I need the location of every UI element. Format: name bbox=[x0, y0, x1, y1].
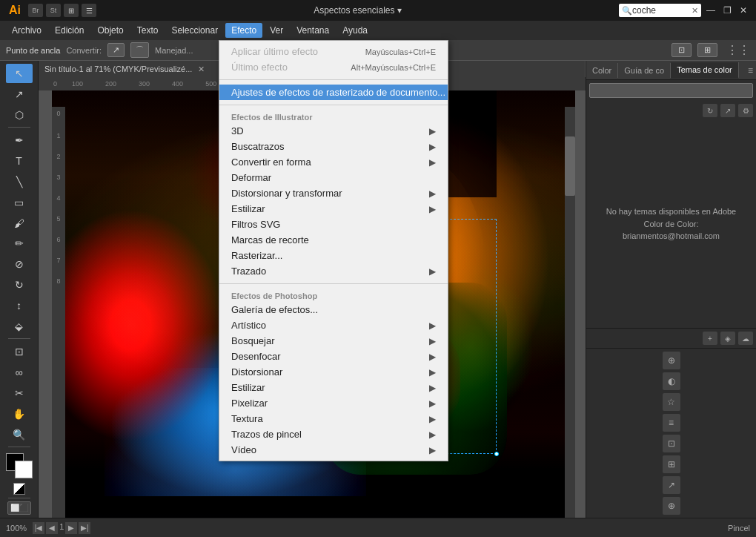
menu-blur[interactable]: Desenfocar ▶ bbox=[219, 349, 448, 364]
menu-edicion[interactable]: Edición bbox=[49, 23, 90, 38]
arrange-icon[interactable]: ☰ bbox=[82, 4, 96, 17]
menu-apply-last[interactable]: Aplicar último efecto Mayúsculas+Ctrl+E bbox=[219, 44, 448, 59]
scrollbar-thumb[interactable] bbox=[565, 136, 575, 196]
menu-ver[interactable]: Ver bbox=[264, 23, 289, 38]
tool-eraser[interactable]: ⊘ bbox=[6, 254, 33, 274]
workspace-icon[interactable]: ⊞ bbox=[64, 4, 79, 17]
right-tool-5[interactable]: ⊡ bbox=[663, 435, 680, 452]
menu-brush-strokes[interactable]: Trazos de pincel ▶ bbox=[219, 426, 448, 442]
panel-more-icon[interactable]: ≡ bbox=[745, 62, 756, 79]
options-btn[interactable]: ⋮⋮ bbox=[726, 43, 750, 57]
menu-artistic[interactable]: Artístico ▶ bbox=[219, 317, 448, 333]
tool-brush[interactable]: 🖌 bbox=[6, 214, 33, 233]
tool-hand[interactable]: ✋ bbox=[6, 404, 33, 424]
nav-first[interactable]: |◀ bbox=[33, 522, 44, 534]
nav-last[interactable]: ▶| bbox=[79, 522, 90, 534]
right-tool-4[interactable]: ≡ bbox=[663, 414, 680, 432]
menu-last-effect[interactable]: Último efecto Alt+Mayúsculas+Ctrl+E bbox=[219, 59, 448, 75]
color-selector[interactable] bbox=[6, 453, 33, 478]
grid-btn[interactable]: ⊞ bbox=[697, 43, 717, 57]
workspace-name[interactable]: Aspectos esenciales ▾ bbox=[314, 5, 402, 16]
menu-ventana[interactable]: Ventana bbox=[291, 23, 335, 38]
menu-doc-settings[interactable]: Ajustes de efectos de rasterizado de doc… bbox=[219, 85, 448, 100]
tool-shaper[interactable]: ⬙ bbox=[6, 317, 33, 336]
tool-eyedropper[interactable]: ⊡ bbox=[6, 342, 33, 361]
menu-archivo[interactable]: Archivo bbox=[6, 23, 47, 38]
tool-artboard[interactable]: ⬡ bbox=[6, 105, 33, 125]
menu-video[interactable]: Vídeo ▶ bbox=[219, 442, 448, 458]
menu-stroke[interactable]: Trazado ▶ bbox=[219, 263, 448, 279]
share-icon[interactable]: ↗ bbox=[720, 104, 735, 117]
tool-separator-3 bbox=[8, 447, 30, 447]
search-input[interactable] bbox=[632, 5, 692, 16]
scrollbar-vertical[interactable] bbox=[565, 107, 575, 518]
right-tool-7[interactable]: ↗ bbox=[663, 476, 680, 494]
extract-theme-btn[interactable]: ◈ bbox=[720, 332, 735, 345]
close-button[interactable]: ✕ bbox=[737, 4, 750, 16]
tab-color-themes[interactable]: Temas de color bbox=[671, 62, 739, 79]
refresh-icon[interactable]: ↻ bbox=[703, 104, 717, 117]
tool-zoom[interactable]: 🔍 bbox=[6, 425, 33, 444]
path-anchor-3[interactable] bbox=[494, 452, 499, 456]
clear-search-icon[interactable]: ✕ bbox=[692, 6, 698, 16]
tool-rect[interactable]: ▭ bbox=[6, 193, 33, 212]
right-tool-3[interactable]: ☆ bbox=[663, 393, 680, 411]
no-color-btn[interactable] bbox=[13, 483, 25, 495]
menu-texto[interactable]: Texto bbox=[131, 23, 165, 38]
arrow-icon-blur: ▶ bbox=[429, 352, 436, 362]
transform-btn[interactable]: ⊡ bbox=[672, 43, 692, 57]
nav-prev[interactable]: ◀ bbox=[46, 522, 58, 534]
nav-next[interactable]: ▶ bbox=[65, 522, 77, 534]
menu-3d[interactable]: 3D ▶ bbox=[219, 123, 448, 139]
maximize-button[interactable]: ❐ bbox=[720, 4, 734, 16]
add-to-swatches-btn[interactable]: + bbox=[703, 332, 717, 345]
background-color[interactable] bbox=[15, 461, 33, 478]
menu-sketch[interactable]: Bosquejar ▶ bbox=[219, 333, 448, 349]
menu-efecto[interactable]: Efecto bbox=[225, 23, 262, 38]
tab-close-icon[interactable]: ✕ bbox=[198, 65, 205, 74]
explore-btn[interactable]: ☁ bbox=[738, 332, 753, 345]
menu-crop-marks[interactable]: Marcas de recorte bbox=[219, 232, 448, 248]
menu-sep-3 bbox=[219, 283, 448, 284]
menu-distort-ps[interactable]: Distorsionar ▶ bbox=[219, 364, 448, 380]
right-tool-1[interactable]: ⊕ bbox=[663, 352, 680, 369]
menu-texture[interactable]: Textura ▶ bbox=[219, 411, 448, 426]
tool-scissors[interactable]: ✂ bbox=[6, 383, 33, 403]
convert-btn1[interactable]: ↗ bbox=[107, 43, 125, 57]
tool-rotate[interactable]: ↻ bbox=[6, 275, 33, 294]
tool-select[interactable]: ↖ bbox=[6, 64, 33, 83]
tab-guide[interactable]: Guía de co bbox=[618, 63, 671, 78]
tool-direct-select[interactable]: ↗ bbox=[6, 85, 33, 104]
tool-pencil[interactable]: ✏ bbox=[6, 234, 33, 253]
menu-distort[interactable]: Distorsionar y transformar ▶ bbox=[219, 185, 448, 201]
tool-blend[interactable]: ∞ bbox=[6, 363, 33, 382]
menu-pathfinder[interactable]: Buscatrazos ▶ bbox=[219, 139, 448, 154]
menu-convert-shape[interactable]: Convertir en forma ▶ bbox=[219, 154, 448, 170]
color-theme-search[interactable] bbox=[589, 83, 753, 98]
arrow-icon-brush-strokes: ▶ bbox=[429, 429, 436, 440]
menu-objeto[interactable]: Objeto bbox=[91, 23, 129, 38]
minimize-button[interactable]: — bbox=[704, 4, 717, 16]
menu-ayuda[interactable]: Ayuda bbox=[336, 23, 374, 38]
menu-stylize-ps[interactable]: Estilizar ▶ bbox=[219, 380, 448, 395]
menu-deform[interactable]: Deformar bbox=[219, 170, 448, 185]
tool-scale[interactable]: ↕ bbox=[6, 296, 33, 315]
change-mode-btn[interactable]: ⬜⬛ bbox=[7, 501, 31, 515]
menu-svg-filters[interactable]: Filtros SVG bbox=[219, 217, 448, 232]
menu-rasterize[interactable]: Rasterizar... bbox=[219, 248, 448, 263]
convert-btn2[interactable]: ⌒ bbox=[130, 42, 149, 58]
tab-color[interactable]: Color bbox=[586, 63, 618, 78]
menu-effects-gallery[interactable]: Galería de efectos... bbox=[219, 302, 448, 317]
settings-panel-icon[interactable]: ⚙ bbox=[738, 104, 753, 117]
menu-seleccionar[interactable]: Seleccionar bbox=[165, 23, 224, 38]
tool-line[interactable]: ╲ bbox=[6, 172, 33, 191]
menu-stylize-i[interactable]: Estilizar ▶ bbox=[219, 201, 448, 217]
menu-sep-1 bbox=[219, 79, 448, 80]
right-tool-6[interactable]: ⊞ bbox=[663, 455, 680, 473]
tool-pen[interactable]: ✒ bbox=[6, 131, 33, 150]
right-tool-2[interactable]: ◐ bbox=[663, 372, 680, 390]
right-tool-8[interactable]: ⊕ bbox=[663, 497, 680, 515]
search-box[interactable]: 🔍 ✕ bbox=[619, 4, 701, 17]
menu-pixelate[interactable]: Pixelizar ▶ bbox=[219, 395, 448, 411]
tool-text[interactable]: T bbox=[6, 151, 33, 171]
